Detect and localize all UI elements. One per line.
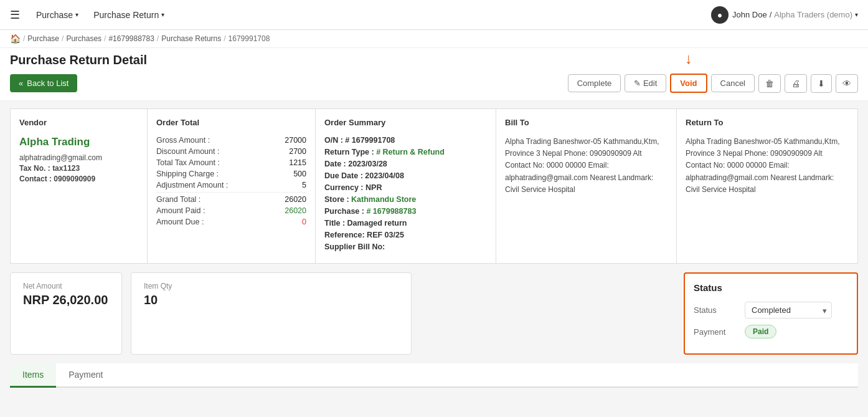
vendor-section: Vendor Alpha Trading alphatrading@gmail.… <box>11 109 148 263</box>
title-row: Title : Damaged return <box>324 219 487 228</box>
status-select-wrapper: Completed <box>745 302 832 319</box>
chevron-icon: ▾ <box>75 11 78 18</box>
nav-right: ● John Doe / Alpha Traders (demo) ▾ <box>711 6 858 24</box>
status-label: Status <box>694 305 737 315</box>
cancel-button[interactable]: Cancel <box>711 74 755 92</box>
user-avatar: ● <box>711 6 729 24</box>
action-buttons: Complete ✎ Edit ↓ Void Cancel 🗑 🖨 ⬇ 👁 <box>568 74 858 93</box>
return-to-section: Return To Alpha Trading Baneshwor-05 Kat… <box>677 109 857 263</box>
order-total-row-5: Grand Total :26020 <box>156 195 306 204</box>
tab-items[interactable]: Items <box>10 363 56 388</box>
return-to-title: Return To <box>686 118 849 130</box>
item-qty-label: Item Qty <box>144 282 399 290</box>
bill-to-address: Alpha Trading Baneshwor-05 Kathmandu,Ktm… <box>505 136 668 196</box>
return-type-row: Return Type : # Return & Refund <box>324 148 487 156</box>
order-total-row-4: Adjustment Amount :5 <box>156 181 306 189</box>
nav-purchase[interactable]: Purchase ▾ <box>30 6 85 24</box>
user-company: Alpha Traders (demo) <box>774 10 852 19</box>
nav-menu: Purchase ▾ Purchase Return ▾ <box>30 6 171 24</box>
vendor-tax: Tax No. : tax1123 <box>19 164 138 173</box>
download-icon: ⬇ <box>818 79 825 89</box>
order-total-row-2: Total Tax Amount :1215 <box>156 158 306 167</box>
vendor-section-title: Vendor <box>19 118 138 130</box>
store-row: Store : Kathmandu Store <box>324 195 487 204</box>
order-total-rows: Gross Amount :27000Discount Amount :2700… <box>156 136 306 226</box>
on-row: O/N : # 1679991708 <box>324 136 487 145</box>
order-total-row-1: Discount Amount :2700 <box>156 147 306 156</box>
void-wrapper: ↓ Void <box>670 74 707 93</box>
complete-button[interactable]: Complete <box>568 74 621 92</box>
top-nav: ☰ Purchase ▾ Purchase Return ▾ ● John Do… <box>0 0 868 30</box>
trash-icon: 🗑 <box>765 79 774 89</box>
vendor-email: alphatrading@gmail.com <box>19 153 138 162</box>
bill-to-title: Bill To <box>505 118 668 130</box>
spacer <box>420 272 675 355</box>
breadcrumb-purchase-returns[interactable]: Purchase Returns <box>161 34 221 43</box>
order-summary-section: Order Summary O/N : # 1679991708 Return … <box>316 109 496 263</box>
order-total-section: Order Total Gross Amount :27000Discount … <box>148 109 316 263</box>
date-row: Date : 2023/03/28 <box>324 160 487 168</box>
user-chevron-icon: ▾ <box>855 11 858 18</box>
view-button[interactable]: 👁 <box>836 74 858 93</box>
bill-to-section: Bill To Alpha Trading Baneshwor-05 Kathm… <box>496 109 677 263</box>
print-icon: 🖨 <box>791 79 800 89</box>
return-to-address: Alpha Trading Baneshwor-05 Kathmandu,Ktm… <box>686 136 849 196</box>
hamburger-icon[interactable]: ☰ <box>10 8 20 22</box>
breadcrumb-order-id[interactable]: #1679988783 <box>108 34 154 43</box>
payment-label: Payment <box>694 327 737 337</box>
page-header: Purchase Return Detail « Back to List Co… <box>0 48 868 101</box>
order-total-title: Order Total <box>156 118 306 130</box>
reference-row: Reference: REF 03/25 <box>324 231 487 239</box>
order-total-row-0: Gross Amount :27000 <box>156 136 306 145</box>
vendor-name: Alpha Trading <box>19 136 138 148</box>
purchase-row: Purchase : # 1679988783 <box>324 207 487 216</box>
payment-row: Payment Paid <box>694 325 848 338</box>
payment-badge: Paid <box>745 325 776 338</box>
order-summary-title: Order Summary <box>324 118 487 130</box>
supplier-bill-row: Supplier Bill No: <box>324 242 487 251</box>
page-title: Purchase Return Detail <box>10 53 858 67</box>
breadcrumb-purchases[interactable]: Purchases <box>66 34 101 43</box>
user-info[interactable]: John Doe / Alpha Traders (demo) ▾ <box>732 10 858 19</box>
status-row: Status Completed <box>694 302 848 319</box>
main-content: Vendor Alpha Trading alphatrading@gmail.… <box>0 101 868 395</box>
void-arrow-indicator: ↓ <box>685 51 692 66</box>
breadcrumb-current: 1679991708 <box>229 34 270 43</box>
download-button[interactable]: ⬇ <box>811 74 832 93</box>
info-grid: Vendor Alpha Trading alphatrading@gmail.… <box>10 108 858 264</box>
tab-payment[interactable]: Payment <box>56 363 115 388</box>
nav-left: ☰ Purchase ▾ Purchase Return ▾ <box>10 6 171 24</box>
home-icon[interactable]: 🏠 <box>10 34 21 44</box>
net-amount-value: NRP 26,020.00 <box>23 293 109 307</box>
status-card-title: Status <box>694 282 848 293</box>
order-total-row-3: Shipping Charge :500 <box>156 170 306 178</box>
void-button[interactable]: Void <box>670 74 707 93</box>
nav-purchase-return[interactable]: Purchase Return ▾ <box>87 6 171 24</box>
due-date-row: Due Date : 2023/04/08 <box>324 171 487 180</box>
user-name: John Doe <box>732 10 767 19</box>
status-card: Status Status Completed Payment Paid <box>684 272 858 355</box>
status-select[interactable]: Completed <box>745 302 832 319</box>
net-amount-card: Net Amount NRP 26,020.00 <box>10 272 122 355</box>
chevron-icon-2: ▾ <box>161 11 164 18</box>
currency-row: Currency : NPR <box>324 183 487 192</box>
vendor-contact: Contact : 0909090909 <box>19 175 138 183</box>
net-amount-label: Net Amount <box>23 282 109 290</box>
order-total-row-6: Amount Paid :26020 <box>156 206 306 215</box>
item-qty-value: 10 <box>144 293 399 307</box>
bottom-row: Net Amount NRP 26,020.00 Item Qty 10 Sta… <box>10 272 858 355</box>
breadcrumb-purchase[interactable]: Purchase <box>27 34 59 43</box>
edit-button[interactable]: ✎ Edit <box>625 74 666 92</box>
item-qty-card: Item Qty 10 <box>131 272 412 355</box>
breadcrumb: 🏠 / Purchase / Purchases / #1679988783 /… <box>0 30 868 48</box>
print-button[interactable]: 🖨 <box>785 74 807 93</box>
delete-button[interactable]: 🗑 <box>758 74 781 93</box>
eye-icon: 👁 <box>842 79 851 89</box>
tabs-bar: Items Payment <box>10 363 858 388</box>
edit-icon: ✎ <box>634 79 641 88</box>
order-total-row-7: Amount Due :0 <box>156 218 306 226</box>
back-to-list-button[interactable]: « Back to List <box>10 74 77 92</box>
